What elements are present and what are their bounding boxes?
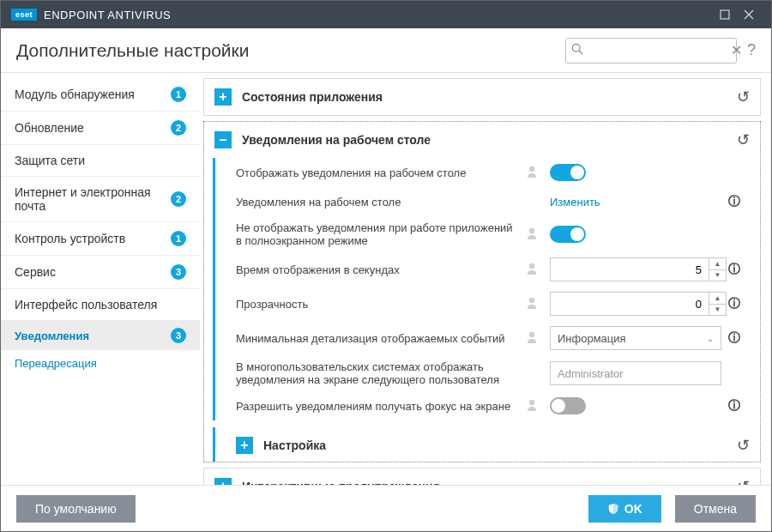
product-name: ENDPOINT ANTIVIRUS: [44, 9, 171, 21]
svg-point-1: [572, 44, 580, 51]
close-icon[interactable]: [737, 3, 761, 27]
expand-icon: +: [236, 437, 253, 454]
transparency-stepper[interactable]: ▲▼: [550, 292, 727, 316]
row-transparency: Прозрачность ▲▼ ⓘ: [213, 287, 750, 321]
section-desktop: – Уведомления на рабочем столе ↺ Отображ…: [203, 121, 761, 462]
settings-content: + Состояния приложения ↺ – Уведомления н…: [200, 73, 771, 485]
nav-update[interactable]: Обновление2: [1, 112, 200, 145]
svg-point-2: [529, 166, 534, 171]
expand-icon: +: [214, 88, 232, 106]
info-icon[interactable]: ⓘ: [721, 296, 740, 311]
clear-search-icon[interactable]: ✕: [731, 42, 742, 58]
svg-point-3: [529, 227, 534, 233]
policy-icon: [528, 262, 545, 278]
row-min-detail: Минимальная детализация отображаемых соб…: [213, 321, 750, 355]
nav-network[interactable]: Защита сети: [1, 145, 200, 177]
subsection-setup[interactable]: + Настройка ↺: [213, 427, 760, 462]
row-fullscreen: Не отображать уведомления при работе при…: [213, 216, 750, 252]
brand-logo: eset: [11, 9, 37, 21]
user-field[interactable]: [550, 361, 721, 385]
page-header: Дополнительные настройки ✕ ?: [1, 28, 771, 73]
footer: По умолчанию OK Отмена: [1, 485, 771, 531]
seconds-stepper[interactable]: ▲▼: [550, 257, 727, 281]
svg-point-7: [529, 399, 534, 404]
edit-link[interactable]: Изменить: [550, 196, 600, 209]
search-box[interactable]: ✕: [565, 38, 737, 63]
section-header-interactive[interactable]: + Интерактивные предупреждения ↺: [204, 469, 760, 485]
search-input[interactable]: [587, 44, 731, 57]
nav-device[interactable]: Контроль устройств1: [1, 222, 200, 256]
row-desktop-link: Уведомления на рабочем столе Изменить ⓘ: [213, 187, 750, 216]
info-icon[interactable]: ⓘ: [721, 330, 740, 346]
toggle-focus[interactable]: [550, 397, 586, 414]
policy-icon: [528, 165, 545, 181]
collapse-icon: –: [214, 131, 232, 148]
ok-button[interactable]: OK: [588, 495, 661, 523]
info-icon[interactable]: ⓘ: [721, 194, 740, 209]
svg-rect-0: [721, 10, 729, 19]
svg-point-6: [529, 331, 534, 336]
nav-ui[interactable]: Интерфейс пользователя: [1, 289, 200, 321]
row-multiuser: В многопользовательских системах отображ…: [213, 355, 750, 391]
transparency-input[interactable]: [551, 293, 709, 315]
page-title: Дополнительные настройки: [16, 40, 249, 61]
nav-tools[interactable]: Сервис3: [1, 256, 200, 289]
titlebar: eset ENDPOINT ANTIVIRUS: [1, 1, 771, 28]
toggle-show-desktop[interactable]: [550, 164, 586, 181]
seconds-input[interactable]: [551, 258, 709, 281]
detail-select[interactable]: Информация ⌄: [550, 326, 721, 350]
maximize-icon[interactable]: [713, 3, 737, 27]
nav-redirect[interactable]: Переадресация: [1, 350, 200, 377]
section-header-desktop[interactable]: – Уведомления на рабочем столе ↺: [204, 122, 760, 158]
row-show-desktop: Отображать уведомления на рабочем столе …: [213, 158, 750, 187]
default-button[interactable]: По умолчанию: [16, 495, 136, 523]
revert-icon[interactable]: ↺: [737, 477, 750, 485]
section-app-states: + Состояния приложения ↺: [203, 78, 761, 116]
revert-icon[interactable]: ↺: [737, 130, 750, 149]
info-icon[interactable]: ⓘ: [721, 398, 740, 414]
expand-icon: +: [214, 478, 232, 485]
row-seconds: Время отображения в секундах ▲▼ ⓘ: [213, 252, 750, 287]
revert-icon[interactable]: ↺: [737, 88, 750, 106]
svg-point-5: [529, 297, 534, 302]
nav-notifications[interactable]: Уведомления3: [1, 321, 200, 350]
user-input[interactable]: [558, 367, 714, 380]
svg-point-4: [529, 263, 534, 268]
row-focus: Разрешить уведомлениям получать фокус на…: [213, 391, 750, 420]
cancel-button[interactable]: Отмена: [675, 495, 756, 523]
revert-icon[interactable]: ↺: [737, 436, 750, 455]
policy-icon: [528, 296, 545, 312]
section-header-app-states[interactable]: + Состояния приложения ↺: [204, 79, 760, 115]
shield-icon: [607, 503, 619, 515]
policy-icon: [528, 227, 545, 243]
sidebar: Модуль обнаружения1 Обновление2 Защита с…: [1, 73, 200, 485]
toggle-fullscreen[interactable]: [550, 226, 586, 243]
nav-web-email[interactable]: Интернет и электронная почта2: [1, 177, 200, 222]
chevron-down-icon: ⌄: [707, 334, 714, 343]
policy-icon: [528, 398, 545, 414]
info-icon[interactable]: ⓘ: [721, 262, 740, 277]
policy-icon: [528, 330, 545, 347]
nav-detection[interactable]: Модуль обнаружения1: [1, 78, 200, 112]
search-icon: [571, 43, 583, 57]
help-icon[interactable]: ?: [747, 41, 756, 59]
section-interactive: + Интерактивные предупреждения ↺: [203, 468, 761, 485]
